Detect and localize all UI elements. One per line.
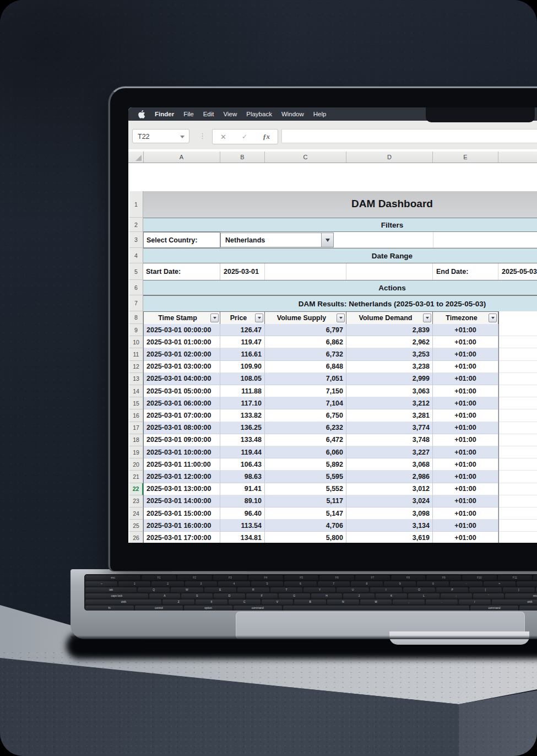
row-header-8[interactable]: 8 (129, 311, 143, 324)
cancel-icon[interactable]: ✕ (220, 133, 226, 141)
results-header-cell[interactable]: DAM Results: Netherlands (2025-03-01 to … (143, 295, 537, 311)
column-header-B[interactable]: B (220, 152, 265, 163)
filter-dropdown-button[interactable] (255, 314, 263, 322)
table-cell[interactable]: 2,839 (346, 324, 433, 336)
table-cell[interactable]: 111.88 (220, 385, 265, 397)
empty-cell-f[interactable] (498, 422, 537, 434)
fx-icon[interactable]: ƒx (263, 132, 270, 141)
empty-cell-f[interactable] (498, 397, 537, 409)
table-cell[interactable]: 134.81 (220, 532, 265, 543)
table-cell[interactable]: +01:00 (433, 361, 498, 373)
row-header-20[interactable]: 20 (129, 458, 143, 471)
table-cell[interactable]: 3,619 (346, 532, 433, 543)
row-header-4[interactable]: 4 (129, 248, 143, 263)
table-header-time-stamp[interactable]: Time Stamp (143, 311, 220, 324)
table-cell[interactable]: 6,232 (265, 422, 346, 434)
filter-dropdown-button[interactable] (337, 314, 345, 322)
actions-header-cell[interactable]: Actions (143, 280, 537, 295)
country-dropdown[interactable]: Netherlands (220, 233, 334, 247)
table-cell[interactable]: +01:00 (433, 348, 498, 360)
table-cell[interactable]: 5,552 (265, 483, 346, 495)
empty-cell-f[interactable] (498, 458, 537, 471)
row5-blank-c[interactable] (265, 263, 346, 280)
table-cell[interactable]: +01:00 (433, 483, 498, 495)
table-cell[interactable]: 6,750 (265, 409, 346, 422)
row-header-15[interactable]: 15 (129, 397, 143, 409)
table-cell[interactable]: 96.40 (220, 507, 265, 520)
row-header-1[interactable]: 1 (129, 191, 143, 218)
empty-cell-f[interactable] (498, 446, 537, 458)
filter-dropdown-button[interactable] (210, 314, 219, 322)
table-cell[interactable]: 7,051 (265, 373, 346, 385)
empty-cell-f[interactable] (498, 495, 537, 507)
select-country-label-cell[interactable]: Select Country: (143, 232, 220, 248)
dashboard-title-cell[interactable]: DAM Dashboard (143, 191, 537, 219)
menu-item-edit[interactable]: Edit (203, 111, 214, 117)
row-header-9[interactable]: 9 (129, 324, 143, 336)
table-cell[interactable]: 2025-03-01 08:00:00 (143, 422, 220, 434)
table-cell[interactable]: 2025-03-01 15:00:00 (143, 507, 220, 520)
table-cell[interactable]: 109.90 (220, 361, 265, 373)
table-cell[interactable]: 89.10 (220, 495, 265, 507)
table-cell[interactable]: 6,060 (265, 446, 346, 458)
table-cell[interactable]: 6,862 (265, 336, 346, 348)
row-header-13[interactable]: 13 (129, 373, 143, 385)
table-cell[interactable]: 2025-03-01 03:00:00 (143, 361, 220, 373)
table-cell[interactable]: 2025-03-01 12:00:00 (143, 471, 220, 483)
table-cell[interactable]: 5,800 (265, 532, 346, 543)
empty-cell-f[interactable] (498, 520, 537, 532)
table-cell[interactable]: 2025-03-01 05:00:00 (143, 385, 220, 397)
empty-cell-f[interactable] (498, 373, 537, 385)
table-cell[interactable]: 3,774 (346, 422, 433, 434)
country-dropdown-button[interactable] (321, 233, 333, 247)
formula-input[interactable] (281, 129, 537, 143)
select-all-corner[interactable] (129, 152, 144, 163)
table-cell[interactable]: 2025-03-01 04:00:00 (143, 373, 220, 385)
row-header-2[interactable]: 2 (129, 218, 143, 232)
table-cell[interactable]: 2025-03-01 00:00:00 (143, 324, 220, 336)
row-header-10[interactable]: 10 (129, 336, 143, 348)
row-header-24[interactable]: 24 (129, 507, 143, 520)
column-header-C[interactable]: C (265, 152, 346, 163)
column-header-F[interactable]: F (498, 152, 537, 163)
table-cell[interactable]: 3,134 (346, 520, 433, 532)
table-cell[interactable]: 119.47 (220, 336, 265, 348)
empty-cell-f[interactable] (498, 434, 537, 446)
table-header-timezone[interactable]: Timezone (433, 311, 498, 324)
table-cell[interactable]: 106.43 (220, 458, 265, 471)
column-header-D[interactable]: D (346, 152, 433, 163)
row-header-11[interactable]: 11 (129, 348, 143, 360)
empty-cell-f[interactable] (498, 532, 537, 543)
table-cell[interactable]: 136.25 (220, 422, 265, 434)
table-cell[interactable]: 2025-03-01 17:00:00 (143, 532, 220, 543)
table-cell[interactable]: +01:00 (433, 532, 498, 543)
table-cell[interactable]: 133.82 (220, 409, 265, 422)
table-cell[interactable]: 2025-03-01 07:00:00 (143, 409, 220, 422)
row-header-19[interactable]: 19 (129, 446, 143, 458)
date-range-header-cell[interactable]: Date Range (143, 248, 537, 263)
table-cell[interactable]: 117.10 (220, 397, 265, 409)
table-cell[interactable]: 2025-03-01 16:00:00 (143, 520, 220, 532)
column-header-E[interactable]: E (433, 152, 498, 163)
row-header-6[interactable]: 6 (129, 280, 143, 295)
menu-item-window[interactable]: Window (281, 111, 304, 117)
table-cell[interactable]: 2025-03-01 06:00:00 (143, 397, 220, 409)
filter-dropdown-button[interactable] (423, 314, 431, 322)
table-cell[interactable]: 3,748 (346, 434, 433, 446)
table-cell[interactable]: 108.05 (220, 373, 265, 385)
table-cell[interactable]: 2025-03-01 14:00:00 (143, 495, 220, 507)
table-cell[interactable]: +01:00 (433, 409, 498, 422)
menu-item-view[interactable]: View (224, 111, 237, 117)
table-cell[interactable]: +01:00 (433, 507, 498, 520)
menu-item-playback[interactable]: Playback (246, 111, 272, 117)
row-header-22[interactable]: 22 (129, 483, 143, 495)
table-cell[interactable]: 3,212 (346, 397, 433, 409)
table-cell[interactable]: 113.54 (220, 520, 265, 532)
row-header-21[interactable]: 21 (129, 471, 143, 483)
table-cell[interactable]: 2,999 (346, 373, 433, 385)
empty-cell-f[interactable] (498, 324, 537, 336)
table-cell[interactable]: +01:00 (433, 520, 498, 532)
filter-dropdown-button[interactable] (489, 314, 497, 322)
table-cell[interactable]: 4,706 (265, 520, 346, 532)
row-header-12[interactable]: 12 (129, 361, 143, 373)
